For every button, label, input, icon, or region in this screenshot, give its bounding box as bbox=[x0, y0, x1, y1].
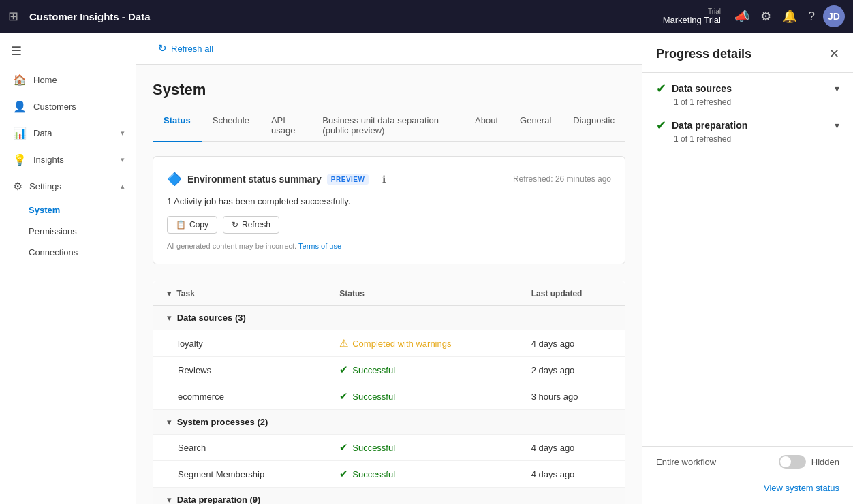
sidebar-sub-label-connections: Connections bbox=[29, 247, 78, 257]
top-nav: ⊞ Customer Insights - Data Trial Marketi… bbox=[0, 0, 853, 33]
sidebar-sub-label-permissions: Permissions bbox=[29, 226, 77, 236]
sidebar-item-home[interactable]: 🏠 Home bbox=[0, 67, 136, 93]
status-card-icon: 🔷 bbox=[167, 172, 182, 187]
entire-workflow-toggle[interactable] bbox=[779, 455, 806, 469]
progress-item-data-sources: ✔ Data sources ▾ 1 of 1 refreshed bbox=[656, 81, 839, 107]
status-card: 🔷 Environment status summary PREVIEW ℹ R… bbox=[153, 156, 625, 264]
table-row: loyalty⚠Completed with warnings4 days ag… bbox=[153, 330, 625, 357]
table-section-data-sources: ▾ Data sources (3) bbox=[153, 306, 625, 330]
status-card-message: 1 Activity job has been completed succes… bbox=[167, 196, 611, 206]
progress-item-header: ✔ Data sources ▾ bbox=[656, 81, 839, 96]
sidebar-sub-item-permissions[interactable]: Permissions bbox=[0, 221, 136, 242]
customers-icon: 👤 bbox=[13, 100, 27, 113]
refresh-label: Refresh bbox=[242, 220, 270, 230]
col-status: Status bbox=[328, 281, 521, 306]
tab-schedule[interactable]: Schedule bbox=[202, 110, 260, 142]
sidebar-item-data[interactable]: 📊 Data ▾ bbox=[0, 120, 136, 146]
section-collapse-data-sources[interactable]: ▾ bbox=[164, 313, 174, 323]
tab-business-unit[interactable]: Business unit data separation (public pr… bbox=[311, 110, 464, 142]
grid-icon[interactable]: ⊞ bbox=[8, 9, 18, 24]
col-last-updated: Last updated bbox=[521, 281, 625, 306]
section-collapse-data-preparation[interactable]: ▾ bbox=[164, 494, 174, 504]
terms-link[interactable]: Terms of use bbox=[298, 242, 341, 250]
progress-footer: Entire workflow Hidden bbox=[642, 446, 853, 477]
sidebar-sub-item-system[interactable]: System bbox=[0, 200, 136, 221]
app-title: Customer Insights - Data bbox=[29, 11, 657, 22]
refresh-all-label: Refresh all bbox=[171, 44, 213, 54]
toggle-thumb bbox=[780, 456, 791, 467]
status-card-badge: PREVIEW bbox=[327, 174, 369, 185]
table-section-system-processes: ▾ System processes (2) bbox=[153, 410, 625, 435]
progress-panel-header: Progress details ✕ bbox=[642, 33, 853, 73]
hamburger-icon[interactable]: ☰ bbox=[0, 38, 136, 64]
table-row: ecommerce✔Successful3 hours ago bbox=[153, 383, 625, 410]
sidebar-label-settings: Settings bbox=[29, 181, 114, 191]
refresh-all-icon: ↻ bbox=[158, 42, 167, 54]
status-card-title: Environment status summary bbox=[187, 174, 322, 185]
refresh-all-button[interactable]: ↻ Refresh all bbox=[153, 40, 219, 57]
view-system-link[interactable]: View system status bbox=[764, 483, 839, 493]
status-card-disclaimer: AI-generated content may be incorrect. T… bbox=[167, 242, 611, 250]
avatar[interactable]: JD bbox=[823, 5, 845, 27]
copy-label: Copy bbox=[189, 220, 208, 230]
ok-icon: ✔ bbox=[339, 441, 348, 454]
refresh-button[interactable]: ↻ Refresh bbox=[223, 216, 279, 234]
tab-general[interactable]: General bbox=[509, 110, 562, 142]
check-icon: ✔ bbox=[656, 118, 666, 133]
status-text: Successful bbox=[352, 392, 395, 402]
sidebar-item-settings[interactable]: ⚙ Settings ▴ bbox=[0, 173, 136, 200]
progress-item-sub: 1 of 1 refreshed bbox=[656, 97, 839, 107]
env-info: Trial Marketing Trial bbox=[663, 7, 721, 25]
progress-panel: Progress details ✕ ✔ Data sources ▾ 1 of… bbox=[642, 33, 853, 504]
cell-last-updated: 3 hours ago bbox=[521, 383, 625, 410]
sidebar-sub-label-system: System bbox=[29, 205, 60, 215]
cell-task: Segment Membership bbox=[153, 461, 329, 488]
page-title: System bbox=[153, 81, 625, 99]
cell-task: loyalty bbox=[153, 330, 329, 357]
data-expand-icon: ▾ bbox=[121, 129, 125, 138]
progress-item-data-preparation: ✔ Data preparation ▾ 1 of 1 refreshed bbox=[656, 118, 839, 144]
ok-icon: ✔ bbox=[339, 390, 348, 403]
entire-workflow-label: Entire workflow bbox=[656, 457, 773, 467]
copy-button[interactable]: 📋 Copy bbox=[167, 216, 217, 234]
progress-close-button[interactable]: ✕ bbox=[829, 46, 839, 61]
progress-item-expand-data-sources[interactable]: ▾ bbox=[835, 83, 839, 94]
sidebar-label-data: Data bbox=[33, 128, 114, 138]
status-text: Successful bbox=[352, 443, 395, 453]
sidebar: ☰ 🏠 Home 👤 Customers 📊 Data ▾ 💡 Insights… bbox=[0, 33, 136, 504]
main-content: ↻ Refresh all System Status Schedule API… bbox=[136, 33, 642, 504]
settings-button[interactable]: ⚙ bbox=[758, 6, 774, 27]
tab-api-usage[interactable]: API usage bbox=[260, 110, 311, 142]
tab-about[interactable]: About bbox=[464, 110, 509, 142]
progress-item-sub: 1 of 1 refreshed bbox=[656, 134, 839, 144]
progress-list: ✔ Data sources ▾ 1 of 1 refreshed ✔ Data… bbox=[642, 73, 853, 446]
sidebar-label-insights: Insights bbox=[33, 155, 114, 165]
section-collapse-system-processes[interactable]: ▾ bbox=[164, 417, 174, 427]
ok-icon: ✔ bbox=[339, 364, 348, 376]
copy-icon: 📋 bbox=[176, 220, 186, 230]
bell-button[interactable]: 🔔 bbox=[779, 6, 800, 27]
cell-task: Search bbox=[153, 435, 329, 461]
status-info-button[interactable]: ℹ bbox=[374, 170, 394, 188]
help-button[interactable]: ? bbox=[805, 7, 818, 27]
cell-task: ecommerce bbox=[153, 383, 329, 410]
progress-panel-title: Progress details bbox=[656, 47, 829, 61]
progress-item-expand-data-preparation[interactable]: ▾ bbox=[835, 120, 839, 131]
insights-icon: 💡 bbox=[13, 153, 27, 166]
status-card-refreshed: Refreshed: 26 minutes ago bbox=[513, 174, 611, 184]
task-collapse-button[interactable]: ▾ bbox=[164, 288, 174, 298]
tab-status[interactable]: Status bbox=[153, 110, 202, 142]
tabs: Status Schedule API usage Business unit … bbox=[153, 110, 625, 142]
settings-expand-icon: ▴ bbox=[121, 182, 125, 191]
tab-diagnostic[interactable]: Diagnostic bbox=[562, 110, 625, 142]
sidebar-sub-item-connections[interactable]: Connections bbox=[0, 242, 136, 263]
sidebar-item-customers[interactable]: 👤 Customers bbox=[0, 93, 136, 120]
megaphone-button[interactable]: 📣 bbox=[732, 6, 752, 27]
table-row: Segment Membership✔Successful4 days ago bbox=[153, 461, 625, 488]
sidebar-label-customers: Customers bbox=[33, 101, 125, 112]
progress-item-title: Data preparation bbox=[672, 120, 829, 131]
data-table: ▾ Task Status Last updated ▾ Data source… bbox=[153, 281, 625, 504]
top-nav-right: Trial Marketing Trial 📣 ⚙ 🔔 ? JD bbox=[663, 5, 845, 27]
sidebar-item-insights[interactable]: 💡 Insights ▾ bbox=[0, 146, 136, 173]
table-section-data-preparation: ▾ Data preparation (9) bbox=[153, 488, 625, 505]
